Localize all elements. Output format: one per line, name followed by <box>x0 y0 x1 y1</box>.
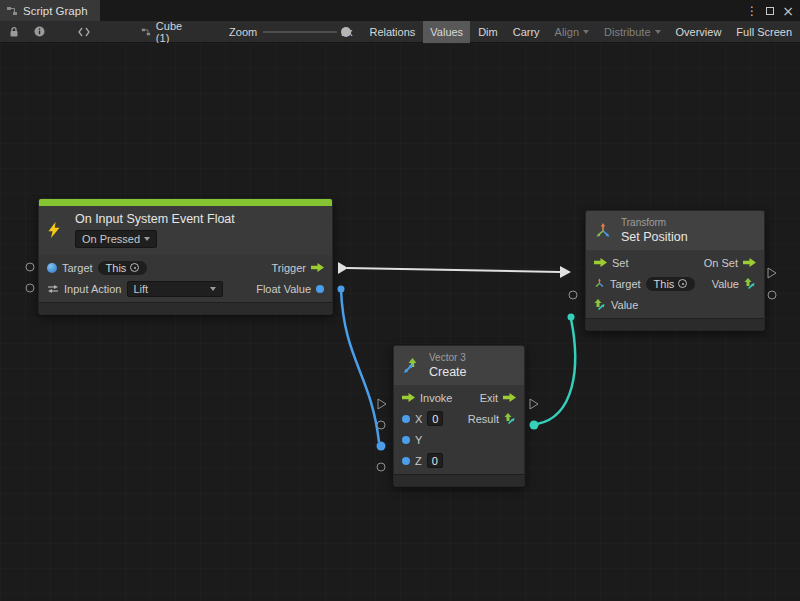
float-value-port-dot[interactable] <box>316 285 324 293</box>
transform-target-in-port[interactable] <box>569 291 577 299</box>
event-input-action-in-port[interactable] <box>26 284 34 292</box>
flow-arrow-icon[interactable] <box>402 393 415 402</box>
event-mode-value: On Pressed <box>82 233 140 245</box>
node-on-input-system-event-float[interactable]: On Input System Event Float On Pressed T… <box>38 198 333 315</box>
lock-button[interactable] <box>8 26 20 38</box>
graph-asset-icon <box>141 26 151 38</box>
port-row-z: Z 0 <box>394 450 524 471</box>
transform-target-port-label: Target <box>610 278 641 290</box>
window-tab-bar: Script Graph ⋮ × <box>0 0 800 21</box>
transform-target-object-value: This <box>654 278 675 290</box>
port-row-target-trigger: Target This Trigger <box>39 257 332 278</box>
gameobject-icon <box>47 263 57 273</box>
result-port-label: Result <box>468 413 499 425</box>
event-target-in-port[interactable] <box>26 263 34 271</box>
set-port-label: Set <box>612 257 629 269</box>
float-value-out-port[interactable] <box>338 286 345 293</box>
target-picker-icon <box>130 263 139 272</box>
wire-result-to-value[interactable] <box>537 319 575 424</box>
node-footer <box>394 474 524 486</box>
port-row-target-valueout: Target This Value <box>586 273 764 294</box>
toolbar-button-distribute[interactable]: Distribute <box>597 21 667 43</box>
transform-value-out-port[interactable] <box>768 291 776 299</box>
tab-title: Script Graph <box>23 5 88 17</box>
x-in-port[interactable] <box>377 421 385 429</box>
x-port-label: X <box>415 413 422 425</box>
flow-arrow-icon[interactable] <box>594 258 607 267</box>
toolbar-button-overview[interactable]: Overview <box>669 21 729 43</box>
node-vector3-create[interactable]: Vector 3 Create Invoke Exit <box>393 345 525 487</box>
toolbar-button-align[interactable]: Align <box>548 21 596 43</box>
z-port-dot[interactable] <box>402 457 410 465</box>
trigger-port-label: Trigger <box>272 262 306 274</box>
vector3-node-ports: Invoke Exit X 0 <box>394 385 524 474</box>
transform-icon <box>594 222 612 240</box>
transform-node-ports: Set On Set <box>586 250 764 318</box>
z-in-port[interactable] <box>377 463 385 471</box>
set-in-port[interactable] <box>560 266 571 278</box>
info-icon <box>34 26 45 37</box>
transform-node-header: Transform Set Position <box>586 211 764 250</box>
window-maximize-button[interactable] <box>762 1 778 21</box>
exit-port-label: Exit <box>480 392 498 404</box>
flow-arrow-icon[interactable] <box>503 393 516 402</box>
window-close-button[interactable]: × <box>780 1 796 21</box>
zoom-slider-track[interactable] <box>263 31 337 33</box>
graph-canvas[interactable]: On Input System Event Float On Pressed T… <box>0 43 800 601</box>
exit-out-port[interactable] <box>530 399 538 409</box>
node-transform-set-position[interactable]: Transform Set Position Set On Set <box>585 210 765 331</box>
zoom-slider-handle[interactable] <box>341 27 351 37</box>
navigate-button[interactable] <box>77 27 91 37</box>
port-row-valuein: Value <box>586 294 764 315</box>
port-row-inputaction-floatvalue: Input Action Lift Float Value <box>39 278 332 299</box>
y-in-port[interactable] <box>377 442 386 451</box>
value-in-port[interactable] <box>568 314 575 321</box>
toolbar-button-values[interactable]: Values <box>423 21 470 43</box>
vector3-icon <box>402 357 420 375</box>
toolbar-button-dim[interactable]: Dim <box>471 21 505 43</box>
chevron-down-icon <box>210 287 216 291</box>
lightning-icon <box>47 222 61 238</box>
transform-target-object-field[interactable]: This <box>646 277 696 291</box>
wire-floatvalue-to-y[interactable] <box>341 290 379 442</box>
vector3-type-icon[interactable] <box>504 413 516 425</box>
invoke-port-label: Invoke <box>420 392 452 404</box>
node-subtitle: Vector 3 <box>429 352 467 363</box>
flow-arrow-icon[interactable] <box>743 258 756 267</box>
distribute-label: Distribute <box>604 26 650 38</box>
on-set-port-label: On Set <box>704 257 738 269</box>
zoom-label: Zoom <box>229 26 257 38</box>
input-action-icon <box>47 284 59 294</box>
vector3-type-icon[interactable] <box>744 278 756 290</box>
zoom-slider[interactable] <box>263 21 337 43</box>
info-button[interactable] <box>34 26 45 37</box>
window-menu-button[interactable]: ⋮ <box>744 1 760 21</box>
input-action-value: Lift <box>134 283 149 295</box>
graph-toolbar: Cube (1) Zoom 1x Relations Values Dim Ca… <box>0 21 800 43</box>
node-footer <box>586 318 764 330</box>
wire-trigger-to-set[interactable] <box>347 268 560 272</box>
y-port-dot[interactable] <box>402 436 410 444</box>
trigger-out-port[interactable] <box>338 262 348 274</box>
toolbar-button-carry[interactable]: Carry <box>506 21 547 43</box>
vector3-type-icon[interactable] <box>594 299 606 311</box>
event-mode-dropdown[interactable]: On Pressed <box>75 230 157 248</box>
on-set-out-port[interactable] <box>768 268 776 278</box>
flow-arrow-icon[interactable] <box>311 263 324 272</box>
result-out-port[interactable] <box>530 421 539 430</box>
x-port-dot[interactable] <box>402 415 410 423</box>
invoke-in-port[interactable] <box>378 399 386 409</box>
event-node-header: On Input System Event Float On Pressed <box>39 206 332 255</box>
node-title: On Input System Event Float <box>75 212 235 226</box>
toolbar-button-relations[interactable]: Relations <box>362 21 422 43</box>
target-object-field[interactable]: This <box>98 261 148 275</box>
chevron-down-icon <box>583 30 589 34</box>
graph-breadcrumb[interactable]: Cube (1) <box>141 20 191 44</box>
z-value-field[interactable]: 0 <box>427 453 443 468</box>
node-footer <box>39 302 332 314</box>
x-value-field[interactable]: 0 <box>427 411 443 426</box>
toolbar-button-full-screen[interactable]: Full Screen <box>729 21 799 43</box>
input-action-dropdown[interactable]: Lift <box>127 281 223 297</box>
maximize-icon <box>766 7 774 15</box>
tab-script-graph[interactable]: Script Graph <box>0 0 100 21</box>
